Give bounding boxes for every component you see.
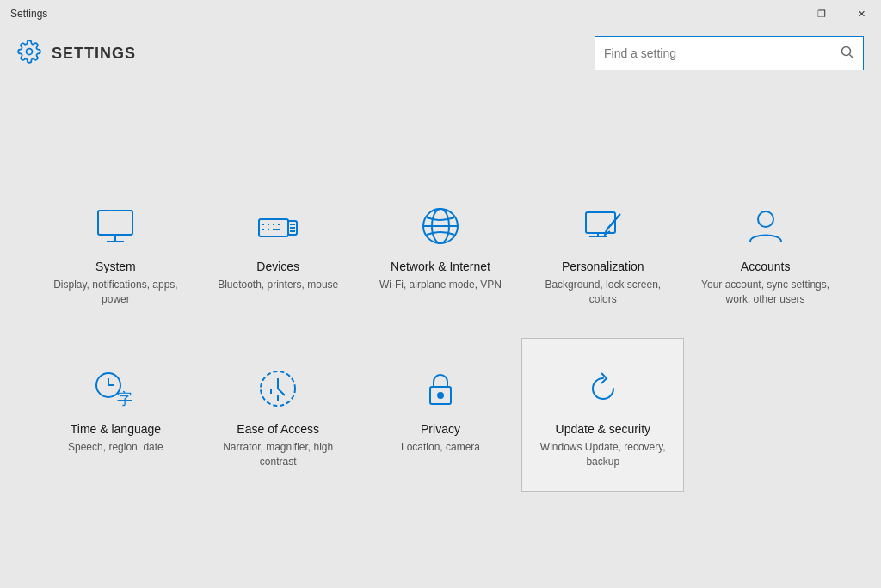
settings-item-network[interactable]: Network & Internet Wi-Fi, airplane mode,…: [360, 175, 522, 329]
search-box: [595, 36, 864, 70]
update-desc: Windows Update, recovery, backup: [535, 440, 670, 469]
svg-rect-21: [586, 212, 615, 233]
privacy-desc: Location, camera: [401, 440, 480, 455]
header-left: SETTINGS: [17, 40, 136, 67]
svg-rect-3: [98, 211, 132, 235]
page-title: SETTINGS: [52, 45, 136, 63]
search-input[interactable]: [604, 46, 841, 60]
system-icon: [89, 202, 141, 249]
settings-item-privacy[interactable]: Privacy Location, camera: [360, 338, 522, 492]
devices-icon: [252, 202, 304, 249]
system-name: System: [95, 260, 136, 273]
privacy-icon: [415, 364, 466, 412]
svg-point-27: [758, 211, 773, 227]
settings-item-system[interactable]: System Display, notifications, apps, pow…: [34, 175, 197, 329]
personalization-desc: Background, lock screen, colors: [535, 278, 670, 307]
network-desc: Wi-Fi, airplane mode, VPN: [379, 278, 502, 292]
svg-point-1: [842, 46, 851, 55]
privacy-name: Privacy: [421, 422, 460, 436]
update-name: Update & security: [556, 422, 651, 436]
ease-name: Ease of Access: [237, 422, 319, 436]
svg-text:字: 字: [117, 390, 132, 407]
empty-cell: [684, 338, 847, 492]
title-bar-controls: — ❐ ✕: [762, 0, 881, 28]
title-bar-text: Settings: [10, 8, 47, 20]
minimize-button[interactable]: —: [762, 0, 802, 28]
time-icon: 字: [89, 364, 141, 412]
ease-desc: Narrator, magnifier, high contrast: [211, 440, 346, 469]
time-name: Time & language: [71, 422, 161, 436]
devices-desc: Bluetooth, printers, mouse: [218, 278, 338, 292]
main-content: System Display, notifications, apps, pow…: [0, 79, 881, 588]
close-button[interactable]: ✕: [841, 0, 881, 28]
network-icon: [415, 202, 466, 249]
header: SETTINGS: [0, 28, 881, 79]
accounts-desc: Your account, sync settings, work, other…: [698, 278, 833, 307]
settings-item-update[interactable]: Update & security Windows Update, recove…: [521, 338, 684, 492]
settings-item-accounts[interactable]: Accounts Your account, sync settings, wo…: [684, 175, 847, 329]
personalization-icon: [577, 202, 629, 249]
svg-rect-6: [259, 219, 288, 236]
personalization-name: Personalization: [562, 260, 644, 273]
update-icon: [577, 364, 629, 412]
svg-line-2: [850, 54, 854, 58]
time-desc: Speech, region, date: [68, 440, 163, 455]
settings-item-time[interactable]: 字 Time & language Speech, region, date: [34, 338, 197, 492]
settings-item-ease[interactable]: Ease of Access Narrator, magnifier, high…: [197, 338, 360, 492]
svg-point-36: [438, 393, 443, 398]
accounts-icon: [740, 202, 792, 249]
svg-point-0: [27, 49, 33, 55]
settings-item-personalization[interactable]: Personalization Background, lock screen,…: [521, 175, 684, 329]
ease-icon: [252, 364, 304, 412]
maximize-button[interactable]: ❐: [802, 0, 841, 28]
gear-icon: [17, 40, 41, 67]
settings-item-devices[interactable]: Devices Bluetooth, printers, mouse: [197, 175, 360, 329]
search-icon: [841, 46, 854, 62]
svg-line-26: [607, 226, 610, 230]
settings-grid: System Display, notifications, apps, pow…: [34, 175, 847, 491]
title-bar: Settings — ❐ ✕: [0, 0, 881, 28]
devices-name: Devices: [256, 260, 299, 273]
system-desc: Display, notifications, apps, power: [48, 278, 183, 307]
network-name: Network & Internet: [391, 260, 490, 273]
accounts-name: Accounts: [741, 260, 791, 273]
